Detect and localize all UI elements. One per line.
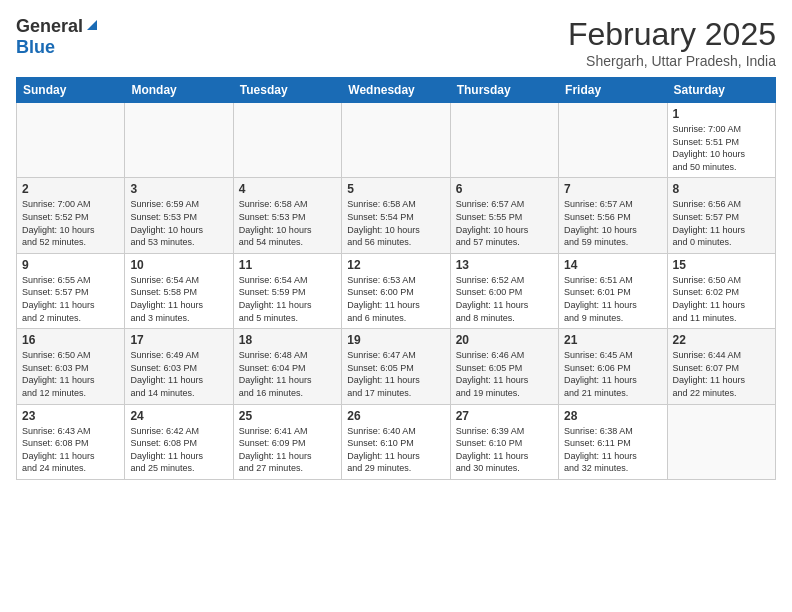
day-number: 23 <box>22 409 119 423</box>
day-info: Sunrise: 6:42 AMSunset: 6:08 PMDaylight:… <box>130 425 227 475</box>
day-info: Sunrise: 6:38 AMSunset: 6:11 PMDaylight:… <box>564 425 661 475</box>
day-info: Sunrise: 6:53 AMSunset: 6:00 PMDaylight:… <box>347 274 444 324</box>
day-info: Sunrise: 6:54 AMSunset: 5:59 PMDaylight:… <box>239 274 336 324</box>
day-info: Sunrise: 6:41 AMSunset: 6:09 PMDaylight:… <box>239 425 336 475</box>
calendar-cell <box>667 404 775 479</box>
logo: General Blue <box>16 16 99 58</box>
day-number: 19 <box>347 333 444 347</box>
day-info: Sunrise: 6:58 AMSunset: 5:54 PMDaylight:… <box>347 198 444 248</box>
calendar-week-row: 2Sunrise: 7:00 AMSunset: 5:52 PMDaylight… <box>17 178 776 253</box>
logo-general: General <box>16 16 83 37</box>
calendar-cell: 8Sunrise: 6:56 AMSunset: 5:57 PMDaylight… <box>667 178 775 253</box>
day-info: Sunrise: 6:43 AMSunset: 6:08 PMDaylight:… <box>22 425 119 475</box>
day-number: 24 <box>130 409 227 423</box>
calendar-cell: 26Sunrise: 6:40 AMSunset: 6:10 PMDayligh… <box>342 404 450 479</box>
calendar-cell: 10Sunrise: 6:54 AMSunset: 5:58 PMDayligh… <box>125 253 233 328</box>
calendar-cell <box>17 103 125 178</box>
calendar-cell: 11Sunrise: 6:54 AMSunset: 5:59 PMDayligh… <box>233 253 341 328</box>
calendar-cell: 4Sunrise: 6:58 AMSunset: 5:53 PMDaylight… <box>233 178 341 253</box>
day-number: 27 <box>456 409 553 423</box>
day-number: 1 <box>673 107 770 121</box>
day-number: 17 <box>130 333 227 347</box>
day-info: Sunrise: 6:39 AMSunset: 6:10 PMDaylight:… <box>456 425 553 475</box>
calendar-cell: 15Sunrise: 6:50 AMSunset: 6:02 PMDayligh… <box>667 253 775 328</box>
calendar-cell: 5Sunrise: 6:58 AMSunset: 5:54 PMDaylight… <box>342 178 450 253</box>
day-info: Sunrise: 6:47 AMSunset: 6:05 PMDaylight:… <box>347 349 444 399</box>
logo-blue: Blue <box>16 37 55 58</box>
calendar-cell: 7Sunrise: 6:57 AMSunset: 5:56 PMDaylight… <box>559 178 667 253</box>
column-header-saturday: Saturday <box>667 78 775 103</box>
calendar-cell: 3Sunrise: 6:59 AMSunset: 5:53 PMDaylight… <box>125 178 233 253</box>
calendar-cell: 13Sunrise: 6:52 AMSunset: 6:00 PMDayligh… <box>450 253 558 328</box>
day-number: 13 <box>456 258 553 272</box>
calendar-table: SundayMondayTuesdayWednesdayThursdayFrid… <box>16 77 776 480</box>
column-header-wednesday: Wednesday <box>342 78 450 103</box>
day-info: Sunrise: 6:59 AMSunset: 5:53 PMDaylight:… <box>130 198 227 248</box>
day-number: 7 <box>564 182 661 196</box>
day-info: Sunrise: 6:49 AMSunset: 6:03 PMDaylight:… <box>130 349 227 399</box>
calendar-cell: 14Sunrise: 6:51 AMSunset: 6:01 PMDayligh… <box>559 253 667 328</box>
day-number: 26 <box>347 409 444 423</box>
day-number: 14 <box>564 258 661 272</box>
calendar-cell: 20Sunrise: 6:46 AMSunset: 6:05 PMDayligh… <box>450 329 558 404</box>
day-info: Sunrise: 6:56 AMSunset: 5:57 PMDaylight:… <box>673 198 770 248</box>
column-header-friday: Friday <box>559 78 667 103</box>
calendar-cell: 6Sunrise: 6:57 AMSunset: 5:55 PMDaylight… <box>450 178 558 253</box>
day-number: 6 <box>456 182 553 196</box>
day-number: 11 <box>239 258 336 272</box>
calendar-subtitle: Shergarh, Uttar Pradesh, India <box>568 53 776 69</box>
calendar-week-row: 9Sunrise: 6:55 AMSunset: 5:57 PMDaylight… <box>17 253 776 328</box>
day-number: 20 <box>456 333 553 347</box>
calendar-week-row: 1Sunrise: 7:00 AMSunset: 5:51 PMDaylight… <box>17 103 776 178</box>
calendar-cell <box>450 103 558 178</box>
day-info: Sunrise: 6:51 AMSunset: 6:01 PMDaylight:… <box>564 274 661 324</box>
title-block: February 2025 Shergarh, Uttar Pradesh, I… <box>568 16 776 69</box>
svg-marker-0 <box>87 20 97 30</box>
day-number: 9 <box>22 258 119 272</box>
day-number: 25 <box>239 409 336 423</box>
day-number: 5 <box>347 182 444 196</box>
day-info: Sunrise: 6:58 AMSunset: 5:53 PMDaylight:… <box>239 198 336 248</box>
calendar-week-row: 23Sunrise: 6:43 AMSunset: 6:08 PMDayligh… <box>17 404 776 479</box>
day-info: Sunrise: 6:57 AMSunset: 5:55 PMDaylight:… <box>456 198 553 248</box>
calendar-cell <box>342 103 450 178</box>
day-number: 10 <box>130 258 227 272</box>
day-info: Sunrise: 6:50 AMSunset: 6:02 PMDaylight:… <box>673 274 770 324</box>
day-info: Sunrise: 6:46 AMSunset: 6:05 PMDaylight:… <box>456 349 553 399</box>
page-header: General Blue February 2025 Shergarh, Utt… <box>16 16 776 69</box>
calendar-cell: 16Sunrise: 6:50 AMSunset: 6:03 PMDayligh… <box>17 329 125 404</box>
calendar-cell: 23Sunrise: 6:43 AMSunset: 6:08 PMDayligh… <box>17 404 125 479</box>
day-number: 21 <box>564 333 661 347</box>
day-info: Sunrise: 7:00 AMSunset: 5:52 PMDaylight:… <box>22 198 119 248</box>
calendar-cell: 28Sunrise: 6:38 AMSunset: 6:11 PMDayligh… <box>559 404 667 479</box>
day-info: Sunrise: 6:48 AMSunset: 6:04 PMDaylight:… <box>239 349 336 399</box>
column-header-monday: Monday <box>125 78 233 103</box>
day-number: 12 <box>347 258 444 272</box>
column-header-tuesday: Tuesday <box>233 78 341 103</box>
day-info: Sunrise: 6:57 AMSunset: 5:56 PMDaylight:… <box>564 198 661 248</box>
column-header-sunday: Sunday <box>17 78 125 103</box>
day-number: 22 <box>673 333 770 347</box>
day-info: Sunrise: 6:55 AMSunset: 5:57 PMDaylight:… <box>22 274 119 324</box>
day-info: Sunrise: 6:44 AMSunset: 6:07 PMDaylight:… <box>673 349 770 399</box>
day-info: Sunrise: 6:45 AMSunset: 6:06 PMDaylight:… <box>564 349 661 399</box>
calendar-cell <box>233 103 341 178</box>
calendar-cell: 24Sunrise: 6:42 AMSunset: 6:08 PMDayligh… <box>125 404 233 479</box>
calendar-cell <box>125 103 233 178</box>
calendar-cell: 25Sunrise: 6:41 AMSunset: 6:09 PMDayligh… <box>233 404 341 479</box>
calendar-cell: 19Sunrise: 6:47 AMSunset: 6:05 PMDayligh… <box>342 329 450 404</box>
day-info: Sunrise: 6:50 AMSunset: 6:03 PMDaylight:… <box>22 349 119 399</box>
logo-arrow-icon <box>85 18 99 36</box>
calendar-cell: 18Sunrise: 6:48 AMSunset: 6:04 PMDayligh… <box>233 329 341 404</box>
day-number: 28 <box>564 409 661 423</box>
day-info: Sunrise: 6:54 AMSunset: 5:58 PMDaylight:… <box>130 274 227 324</box>
calendar-cell: 27Sunrise: 6:39 AMSunset: 6:10 PMDayligh… <box>450 404 558 479</box>
column-header-thursday: Thursday <box>450 78 558 103</box>
day-info: Sunrise: 7:00 AMSunset: 5:51 PMDaylight:… <box>673 123 770 173</box>
calendar-week-row: 16Sunrise: 6:50 AMSunset: 6:03 PMDayligh… <box>17 329 776 404</box>
day-info: Sunrise: 6:40 AMSunset: 6:10 PMDaylight:… <box>347 425 444 475</box>
day-number: 16 <box>22 333 119 347</box>
calendar-cell: 2Sunrise: 7:00 AMSunset: 5:52 PMDaylight… <box>17 178 125 253</box>
calendar-cell <box>559 103 667 178</box>
day-info: Sunrise: 6:52 AMSunset: 6:00 PMDaylight:… <box>456 274 553 324</box>
